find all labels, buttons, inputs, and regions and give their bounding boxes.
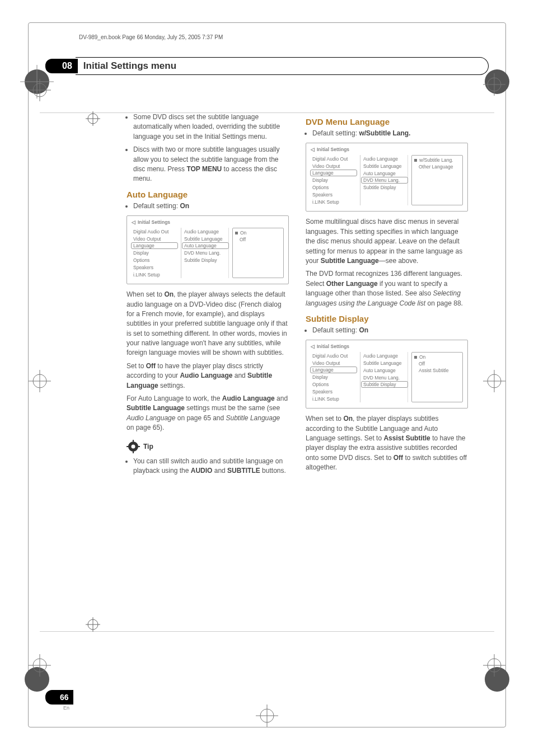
subtitle-display-default: Default setting: On bbox=[312, 326, 468, 335]
registration-cross-bottom bbox=[85, 616, 101, 633]
intro-bullet-1: Some DVD discs set the subtitle language… bbox=[133, 112, 289, 142]
chapter-number-badge: 08 bbox=[45, 59, 78, 73]
selected-dot-icon bbox=[414, 356, 417, 359]
subtitle-display-para: When set to On, the player displays subt… bbox=[306, 414, 468, 472]
chapter-title-wrap: Initial Settings menu bbox=[76, 57, 489, 75]
back-arrow-icon: ◁ bbox=[311, 344, 315, 349]
tip-row: Tip bbox=[127, 440, 289, 453]
back-arrow-icon: ◁ bbox=[132, 219, 135, 225]
print-header: DV-989_en.book Page 66 Monday, July 25, … bbox=[79, 34, 489, 40]
intro-bullets: Some DVD discs set the subtitle language… bbox=[133, 112, 289, 184]
selected-dot-icon bbox=[235, 232, 238, 234]
chapter-header: 08 Initial Settings menu bbox=[45, 57, 489, 75]
chapter-title: Initial Settings menu bbox=[83, 60, 176, 71]
auto-language-default: Default setting: On bbox=[133, 201, 289, 211]
registration-mark-br bbox=[477, 649, 511, 682]
tip-text: You can still switch audio and subtitle … bbox=[133, 457, 289, 476]
svg-point-34 bbox=[132, 444, 135, 448]
registration-mark-cb bbox=[250, 699, 284, 732]
guide-line-bottom bbox=[40, 631, 494, 632]
page-language-label: En bbox=[63, 705, 69, 711]
registration-mark-bl bbox=[23, 649, 57, 682]
auto-language-heading: Auto Language bbox=[127, 190, 289, 199]
intro-bullet-2: Discs with two or more subtitle language… bbox=[133, 145, 289, 184]
subtitle-display-heading: Subtitle Display bbox=[306, 314, 468, 323]
back-arrow-icon: ◁ bbox=[311, 147, 315, 152]
registration-mark-tl bbox=[23, 73, 57, 107]
selected-dot-icon bbox=[414, 159, 417, 162]
auto-language-para1: When set to On, the player always select… bbox=[127, 290, 289, 358]
auto-language-para3: For Auto Language to work, the Audio Lan… bbox=[127, 394, 289, 433]
svg-rect-37 bbox=[127, 446, 129, 447]
registration-mark-tr bbox=[477, 68, 511, 101]
dvd-menu-lang-para1: Some multilingual discs have disc menus … bbox=[306, 217, 468, 266]
svg-rect-35 bbox=[133, 440, 134, 442]
registration-mark-ml bbox=[23, 364, 57, 398]
registration-cross-top bbox=[85, 110, 101, 127]
gear-tip-icon bbox=[127, 440, 140, 453]
osd-subtitle-display: ◁Initial Settings Digital Audio OutVideo… bbox=[306, 340, 468, 408]
auto-language-para2: Set to Off to have the player play discs… bbox=[127, 361, 289, 391]
tip-label: Tip bbox=[143, 443, 153, 450]
osd-dvd-menu-lang: ◁Initial Settings Digital Audio OutVideo… bbox=[306, 143, 468, 212]
dvd-menu-lang-para2: The DVD format recognizes 136 different … bbox=[306, 269, 468, 308]
dvd-menu-lang-default: Default setting: w/Subtitle Lang. bbox=[312, 129, 468, 138]
osd-auto-language: ◁Initial Settings Digital Audio OutVideo… bbox=[127, 215, 289, 284]
svg-rect-38 bbox=[138, 446, 140, 447]
guide-line-top bbox=[40, 112, 494, 113]
right-column: DVD Menu Language Default setting: w/Sub… bbox=[306, 111, 468, 480]
left-column: Some DVD discs set the subtitle language… bbox=[127, 111, 289, 480]
svg-rect-36 bbox=[133, 451, 134, 453]
registration-mark-mr bbox=[477, 364, 511, 398]
page-number-badge: 66 bbox=[45, 690, 73, 705]
dvd-menu-lang-heading: DVD Menu Language bbox=[306, 117, 468, 126]
